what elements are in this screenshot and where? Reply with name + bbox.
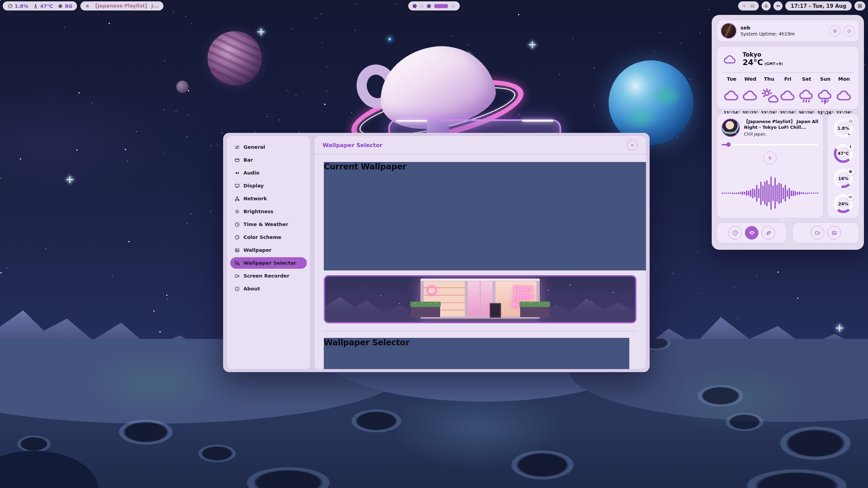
sidebar-item-time-weather[interactable]: Time & Weather xyxy=(230,219,307,230)
preview-cafe-storefront: FreshMoonBeans xyxy=(420,279,540,319)
quick-action-button-screen-recorder[interactable] xyxy=(811,226,824,240)
sidebar-item-color-scheme[interactable]: Color Scheme xyxy=(230,231,307,243)
sidebar-item-display[interactable]: Display xyxy=(230,180,307,191)
slider-thumb[interactable] xyxy=(726,142,731,147)
system-stats-pill[interactable]: 1.8%47°C8G xyxy=(3,1,77,11)
media-progress-slider[interactable] xyxy=(722,142,818,147)
system-stat: 47°C xyxy=(33,3,53,9)
info-icon xyxy=(234,286,240,292)
metric-ring: 47°C xyxy=(834,144,853,163)
media-pill[interactable]: 【Japanese Playlist】 J... xyxy=(80,1,163,11)
screen-recorder-icon xyxy=(814,230,821,236)
forecast-day-label: Sun xyxy=(816,76,834,82)
notifications-button[interactable] xyxy=(762,1,771,11)
dashboard-icon xyxy=(857,3,863,9)
workspace-dot-occupied[interactable] xyxy=(413,4,417,8)
tray-app-icon[interactable] xyxy=(742,3,747,8)
window-icon xyxy=(234,157,240,163)
cafe-chalkboard xyxy=(490,303,501,318)
sidebar-item-brightness[interactable]: Brightness xyxy=(230,206,307,217)
sparkle-star xyxy=(529,41,536,48)
sidebar-item-network[interactable]: Network xyxy=(230,193,307,204)
selector-heading: Wallpaper Selector xyxy=(324,338,629,369)
memory-icon xyxy=(848,169,853,174)
settings-sidebar: GeneralBarAudioDisplayNetworkBrightnessT… xyxy=(226,136,311,369)
cloud-icon xyxy=(778,82,797,110)
user-card: seb System Uptime: 4h19m xyxy=(716,20,859,42)
settings-button[interactable] xyxy=(829,25,841,37)
sidebar-item-audio[interactable]: Audio xyxy=(230,167,307,179)
disk-icon xyxy=(848,195,853,199)
tray-screenshot-icon[interactable] xyxy=(750,3,755,8)
app-launcher-button[interactable] xyxy=(854,1,865,11)
workspace-dot-empty[interactable] xyxy=(420,4,424,8)
quick-settings-panel: seb System Uptime: 4h19m Tokyo 24°C(GMT+… xyxy=(712,15,864,250)
sidebar-item-label: Audio xyxy=(243,170,259,176)
volume-button[interactable] xyxy=(773,1,783,11)
sidebar-item-bar[interactable]: Bar xyxy=(230,154,307,166)
pause-icon xyxy=(767,155,773,161)
media-player-card: 【Japanese Playlist】 Japan All Night - To… xyxy=(716,114,824,218)
sidebar-item-general[interactable]: General xyxy=(230,141,307,153)
clock-icon xyxy=(234,222,240,227)
clock-pill[interactable]: 17:17 - Tue, 19 Aug xyxy=(785,1,852,11)
forecast-day-thu: Thu33°/26° xyxy=(760,76,778,105)
sidebar-item-wallpaper-selector[interactable]: Wallpaper Selector xyxy=(230,257,307,269)
forecast-day-mon: Mon33°/26° xyxy=(835,76,853,105)
gauge-icon xyxy=(732,230,738,236)
power-profile-button-scales[interactable] xyxy=(745,226,758,240)
power-profile-button-leaf[interactable] xyxy=(762,226,775,240)
sidebar-item-label: Display xyxy=(243,183,264,188)
screen-recorder-icon xyxy=(234,273,240,279)
thermometer-icon xyxy=(848,144,853,149)
workspace-dot-active[interactable] xyxy=(434,4,448,8)
purple-planet xyxy=(208,31,262,85)
cafe-door xyxy=(468,281,493,317)
power-profile-button-gauge[interactable] xyxy=(728,226,742,240)
forecast-day-wed: Wed35°/25° xyxy=(741,76,760,105)
play-pause-button[interactable] xyxy=(764,151,776,164)
media-artist: Chill Japan. xyxy=(744,132,818,137)
album-art xyxy=(722,119,740,137)
close-button[interactable] xyxy=(627,140,638,151)
weather-card: Tokyo 24°C(GMT+9) Tue33°/24°Wed35°/25°Th… xyxy=(716,46,859,109)
workspaces-pill xyxy=(408,1,460,11)
quick-action-button-screenshot[interactable] xyxy=(827,226,841,240)
weather-divider xyxy=(722,73,853,73)
workspace-dot-empty[interactable] xyxy=(451,4,455,8)
forecast-day-sat: Sat36°/26° xyxy=(797,76,816,105)
scales-icon xyxy=(749,230,755,236)
speaker-icon xyxy=(234,170,240,176)
monitor-icon xyxy=(234,183,240,189)
avatar xyxy=(721,23,736,39)
cafe-planter-left xyxy=(411,306,440,317)
gauge-icon xyxy=(848,119,853,124)
workspace-dot-occupied[interactable] xyxy=(427,4,431,8)
speaker-icon xyxy=(775,3,781,8)
sidebar-item-wallpaper[interactable]: Wallpaper xyxy=(230,244,307,256)
power-button[interactable] xyxy=(844,25,855,37)
metric-badge xyxy=(847,143,854,150)
user-name: seb xyxy=(741,25,795,30)
memory-icon xyxy=(58,3,63,9)
forecast-day-sun: Sun33°/26° xyxy=(816,76,834,105)
current-wallpaper-preview: FreshMoonBeans xyxy=(324,275,636,323)
metric-ring: 1.8% xyxy=(834,119,853,138)
gear-icon xyxy=(832,28,837,34)
sidebar-item-screen-recorder[interactable]: Screen Recorder xyxy=(230,270,307,282)
weather-temperature: 24°C(GMT+9) xyxy=(743,58,783,68)
sidebar-item-label: Color Scheme xyxy=(243,235,281,240)
system-tray-pill[interactable] xyxy=(738,1,759,11)
sparkle-star xyxy=(836,325,843,331)
sidebar-item-about[interactable]: About xyxy=(230,283,307,294)
system-stat: 8G xyxy=(58,3,72,9)
sidebar-item-label: Screen Recorder xyxy=(243,273,289,279)
cloud-icon xyxy=(722,82,741,110)
cafe-neon-logo xyxy=(427,286,436,295)
audio-waveform xyxy=(722,173,818,213)
stat-value: 47°C xyxy=(40,3,53,9)
metric-badge xyxy=(847,168,854,176)
sidebar-item-label: Brightness xyxy=(243,209,273,214)
thermometer-icon xyxy=(33,3,38,9)
forecast-day-tue: Tue33°/24° xyxy=(722,76,741,105)
